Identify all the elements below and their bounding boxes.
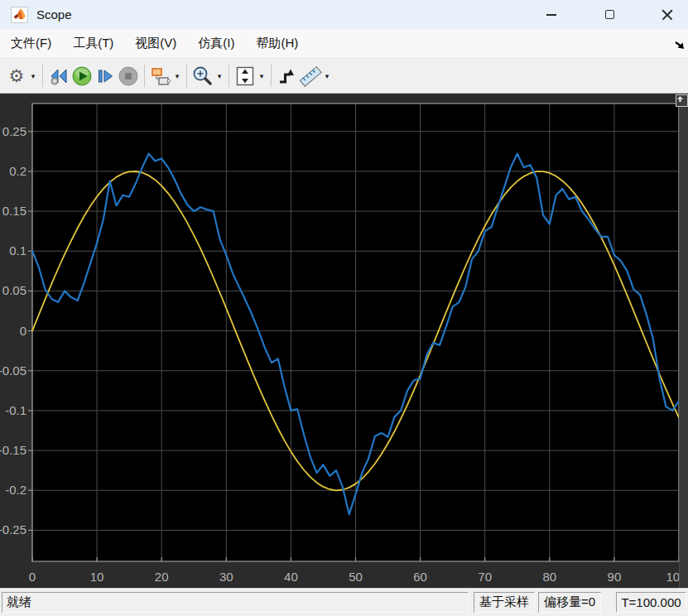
menu-tools[interactable]: 工具(T) [62, 31, 124, 56]
highlight-block-button[interactable] [149, 64, 172, 89]
y-tick-label: 0.2 [9, 164, 26, 178]
menu-help[interactable]: 帮助(H) [245, 31, 309, 56]
ruler-icon [299, 65, 322, 87]
status-bar: 就绪 基于采样 偏移量=0 T=100.000 [0, 588, 688, 616]
step-forward-icon [95, 66, 115, 86]
run-button[interactable] [70, 64, 94, 89]
gear-icon: ⚙ [9, 67, 25, 84]
fit-to-view-button[interactable] [233, 64, 257, 89]
menu-simulation[interactable]: 仿真(I) [187, 31, 245, 56]
settings-button[interactable]: ⚙ [5, 64, 28, 89]
y-tick-label: -0.05 [0, 363, 26, 378]
close-button[interactable] [648, 0, 686, 29]
stop-button[interactable] [117, 64, 140, 89]
status-offset: 偏移量=0 [538, 592, 601, 613]
zoom-dropdown-caret[interactable]: ▾ [214, 72, 224, 80]
step-forward-button[interactable] [94, 64, 117, 89]
side-scroll-strip[interactable] [679, 94, 688, 588]
fit-to-view-icon [234, 65, 256, 87]
x-tick-label: 70 [478, 570, 492, 584]
fit-dropdown-caret[interactable]: ▾ [257, 72, 267, 80]
magnifier-plus-icon [192, 65, 214, 87]
x-tick-label: 30 [219, 570, 233, 584]
trigger-button[interactable] [276, 64, 299, 89]
x-tick-label: 0 [29, 570, 36, 584]
scope-plot-area: 01020304050607080901000.250.20.150.10.05… [0, 94, 688, 588]
toolbar-separator [42, 65, 43, 87]
title-bar: Scope [0, 0, 688, 29]
x-tick-label: 80 [542, 570, 556, 584]
highlight-block-dropdown-caret[interactable]: ▾ [172, 72, 182, 80]
x-tick-label: 50 [349, 570, 363, 584]
stop-icon [118, 65, 139, 87]
time-label: T=100.000 [621, 595, 681, 609]
maximize-button[interactable] [590, 0, 628, 29]
y-tick-label: -0.15 [0, 443, 26, 457]
measurements-button[interactable] [299, 64, 322, 89]
y-tick-label: -0.1 [5, 403, 26, 417]
status-sample-mode: 基于采样 [474, 592, 535, 613]
panel-collapse-button[interactable] [676, 94, 688, 107]
offset-label: 偏移量=0 [544, 594, 595, 610]
y-tick-label: -0.2 [5, 483, 26, 497]
y-tick-label: -0.25 [0, 522, 26, 537]
zoom-in-button[interactable] [191, 64, 214, 89]
x-tick-label: 90 [608, 570, 622, 584]
toolbar: ⚙ ▾ [0, 59, 688, 94]
step-back-button[interactable] [47, 64, 70, 89]
play-icon [71, 65, 93, 87]
menu-view[interactable]: 视图(V) [124, 31, 187, 56]
x-tick-label: 20 [155, 570, 169, 584]
status-time: T=100.000 [616, 592, 686, 613]
matlab-logo-icon [11, 7, 28, 23]
x-tick-label: 10 [90, 570, 104, 584]
x-tick-label: 40 [284, 570, 298, 584]
trigger-icon [277, 66, 297, 86]
y-tick-label: 0 [20, 324, 26, 338]
waveform-canvas: 01020304050607080901000.250.20.150.10.05… [0, 94, 688, 588]
y-tick-label: 0.25 [2, 124, 26, 138]
minimize-icon [546, 14, 556, 16]
x-tick-label: 60 [413, 570, 427, 584]
minimize-button[interactable] [532, 0, 570, 29]
window-title: Scope [36, 7, 72, 22]
toolbar-separator [144, 65, 145, 87]
settings-dropdown-caret[interactable]: ▾ [28, 72, 38, 80]
measurements-dropdown-caret[interactable]: ▾ [322, 72, 332, 80]
sample-mode-label: 基于采样 [479, 594, 529, 610]
up-arrow-icon [676, 95, 684, 103]
toolbar-separator [271, 65, 272, 87]
ready-label: 就绪 [7, 594, 31, 610]
step-back-icon [49, 66, 69, 86]
close-icon [662, 9, 673, 21]
scope-window: Scope 文件(F) 工具(T) 视图(V) 仿真(I) 帮助(H) ⚙ ▾ [0, 0, 688, 616]
maximize-icon [605, 10, 614, 19]
y-tick-label: 0.05 [2, 283, 26, 297]
menu-bar: 文件(F) 工具(T) 视图(V) 仿真(I) 帮助(H) [0, 29, 688, 59]
status-ready: 就绪 [2, 592, 469, 613]
simulink-blocks-icon [150, 66, 171, 86]
y-tick-label: 0.1 [9, 243, 26, 257]
overflow-arrow-icon[interactable] [674, 39, 686, 51]
y-tick-label: 0.15 [2, 204, 26, 218]
menu-file[interactable]: 文件(F) [0, 31, 62, 56]
toolbar-separator [186, 65, 187, 87]
toolbar-separator [229, 65, 229, 87]
